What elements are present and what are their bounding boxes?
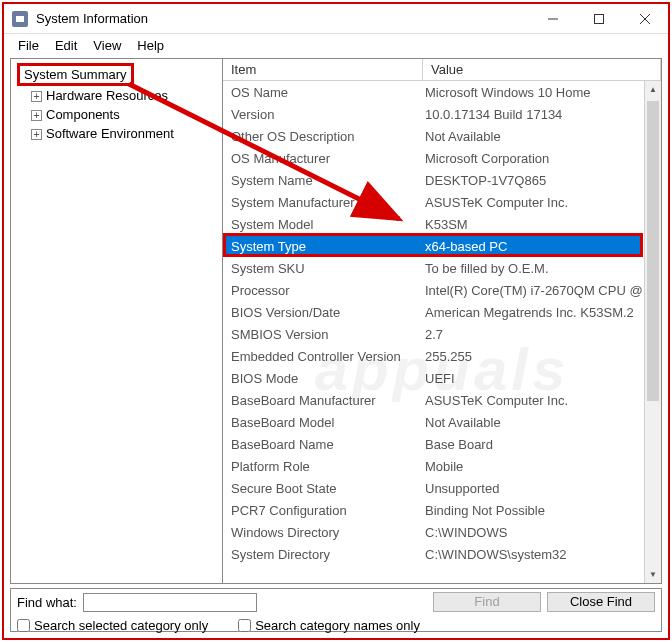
list-row[interactable]: BaseBoard ManufacturerASUSTeK Computer I…	[223, 389, 643, 411]
cell-item: System SKU	[223, 261, 423, 276]
list-row[interactable]: Version10.0.17134 Build 17134	[223, 103, 643, 125]
cell-value: K53SM	[423, 217, 643, 232]
list-row[interactable]: Embedded Controller Version255.255	[223, 345, 643, 367]
scroll-up-button[interactable]: ▲	[645, 81, 661, 98]
window-title: System Information	[36, 11, 148, 26]
check-search-names[interactable]: Search category names only	[238, 618, 420, 633]
list-row[interactable]: Secure Boot StateUnsupported	[223, 477, 643, 499]
cell-value: Microsoft Corporation	[423, 151, 643, 166]
minimize-button[interactable]	[530, 4, 576, 34]
list-row[interactable]: System Typex64-based PC	[223, 235, 643, 257]
svg-rect-1	[595, 15, 604, 24]
cell-item: Embedded Controller Version	[223, 349, 423, 364]
cell-item: Other OS Description	[223, 129, 423, 144]
check-search-selected-box[interactable]	[17, 619, 30, 632]
cell-value: UEFI	[423, 371, 643, 386]
list-row[interactable]: BIOS ModeUEFI	[223, 367, 643, 389]
list-row[interactable]: SMBIOS Version2.7	[223, 323, 643, 345]
cell-item: BIOS Version/Date	[223, 305, 423, 320]
tree-item-label: Components	[46, 107, 120, 122]
list-row[interactable]: System NameDESKTOP-1V7Q865	[223, 169, 643, 191]
cell-value: ASUSTeK Computer Inc.	[423, 195, 643, 210]
scroll-thumb[interactable]	[647, 101, 659, 401]
list-row[interactable]: ProcessorIntel(R) Core(TM) i7-2670QM CPU…	[223, 279, 643, 301]
list-row[interactable]: PCR7 ConfigurationBinding Not Possible	[223, 499, 643, 521]
expand-icon[interactable]: +	[31, 91, 42, 102]
cell-value: Base Board	[423, 437, 643, 452]
cell-item: System Model	[223, 217, 423, 232]
expand-icon[interactable]: +	[31, 110, 42, 121]
cell-value: Mobile	[423, 459, 643, 474]
list-row[interactable]: OS NameMicrosoft Windows 10 Home	[223, 81, 643, 103]
cell-value: To be filled by O.E.M.	[423, 261, 643, 276]
check-search-names-box[interactable]	[238, 619, 251, 632]
list-row[interactable]: System SKUTo be filled by O.E.M.	[223, 257, 643, 279]
cell-value: Unsupported	[423, 481, 643, 496]
list-row[interactable]: System DirectoryC:\WINDOWS\system32	[223, 543, 643, 565]
column-header-value[interactable]: Value	[423, 59, 661, 80]
find-input[interactable]	[83, 593, 257, 612]
tree-item-label: Hardware Resources	[46, 88, 168, 103]
cell-value: Binding Not Possible	[423, 503, 643, 518]
check-search-selected[interactable]: Search selected category only	[17, 618, 208, 633]
list-panel: Item Value OS NameMicrosoft Windows 10 H…	[223, 59, 661, 583]
list-row[interactable]: BaseBoard ModelNot Available	[223, 411, 643, 433]
menu-edit[interactable]: Edit	[47, 36, 85, 55]
cell-item: System Directory	[223, 547, 423, 562]
close-find-button[interactable]: Close Find	[547, 592, 655, 612]
cell-item: System Name	[223, 173, 423, 188]
list-row[interactable]: System ManufacturerASUSTeK Computer Inc.	[223, 191, 643, 213]
cell-value: Microsoft Windows 10 Home	[423, 85, 643, 100]
check-label: Search category names only	[255, 618, 420, 633]
maximize-button[interactable]	[576, 4, 622, 34]
list-row[interactable]: BIOS Version/DateAmerican Megatrends Inc…	[223, 301, 643, 323]
list-row[interactable]: Other OS DescriptionNot Available	[223, 125, 643, 147]
list-header: Item Value	[223, 59, 661, 81]
cell-value: Intel(R) Core(TM) i7-2670QM CPU @	[423, 283, 643, 298]
svg-line-2	[640, 14, 650, 24]
cell-value: ASUSTeK Computer Inc.	[423, 393, 643, 408]
vertical-scrollbar[interactable]: ▲ ▼	[644, 81, 661, 583]
cell-value: Not Available	[423, 415, 643, 430]
cell-item: System Manufacturer	[223, 195, 423, 210]
cell-item: BaseBoard Model	[223, 415, 423, 430]
cell-value: C:\WINDOWS	[423, 525, 643, 540]
close-button[interactable]	[622, 4, 668, 34]
scroll-down-button[interactable]: ▼	[645, 566, 661, 583]
find-label: Find what:	[17, 595, 77, 610]
cell-item: BaseBoard Manufacturer	[223, 393, 423, 408]
cell-item: Secure Boot State	[223, 481, 423, 496]
tree-item-hardware-resources[interactable]: +Hardware Resources	[11, 86, 222, 105]
cell-item: Windows Directory	[223, 525, 423, 540]
cell-item: Platform Role	[223, 459, 423, 474]
find-bar: Find what: Find Close Find Search select…	[10, 588, 662, 632]
titlebar[interactable]: System Information	[4, 4, 668, 34]
cell-item: BaseBoard Name	[223, 437, 423, 452]
expand-icon[interactable]: +	[31, 129, 42, 140]
app-icon	[12, 11, 28, 27]
cell-value: Not Available	[423, 129, 643, 144]
list-row[interactable]: Platform RoleMobile	[223, 455, 643, 477]
cell-item: BIOS Mode	[223, 371, 423, 386]
cell-item: OS Name	[223, 85, 423, 100]
cell-item: Processor	[223, 283, 423, 298]
list-row[interactable]: OS ManufacturerMicrosoft Corporation	[223, 147, 643, 169]
tree-item-software-environment[interactable]: +Software Environment	[11, 124, 222, 143]
cell-item: OS Manufacturer	[223, 151, 423, 166]
cell-value: 10.0.17134 Build 17134	[423, 107, 643, 122]
cell-value: 255.255	[423, 349, 643, 364]
list-row[interactable]: Windows DirectoryC:\WINDOWS	[223, 521, 643, 543]
cell-value: 2.7	[423, 327, 643, 342]
list-row[interactable]: System ModelK53SM	[223, 213, 643, 235]
list-row[interactable]: BaseBoard NameBase Board	[223, 433, 643, 455]
cell-value: DESKTOP-1V7Q865	[423, 173, 643, 188]
menu-view[interactable]: View	[85, 36, 129, 55]
tree-root-system-summary[interactable]: System Summary	[17, 63, 134, 86]
tree-item-components[interactable]: +Components	[11, 105, 222, 124]
svg-line-3	[640, 14, 650, 24]
find-button[interactable]: Find	[433, 592, 541, 612]
menu-help[interactable]: Help	[129, 36, 172, 55]
cell-item: Version	[223, 107, 423, 122]
menu-file[interactable]: File	[10, 36, 47, 55]
column-header-item[interactable]: Item	[223, 59, 423, 80]
